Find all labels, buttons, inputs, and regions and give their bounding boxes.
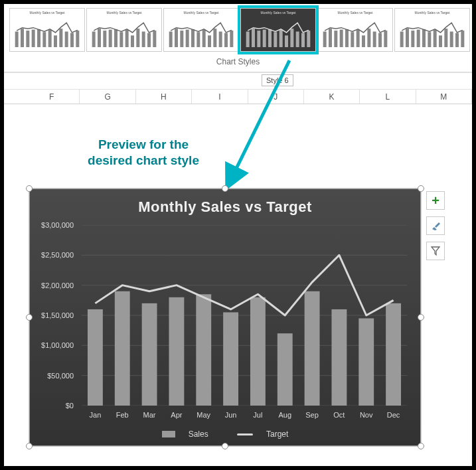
x-tick-label: Aug (272, 411, 299, 419)
svg-rect-10 (70, 33, 74, 47)
y-tick-label: $3,00,000 (41, 221, 74, 229)
svg-rect-18 (125, 30, 129, 47)
column-header-I[interactable]: I (192, 90, 248, 104)
svg-rect-40 (268, 29, 272, 47)
chart-title: Monthly Sales vs Target (30, 189, 420, 221)
column-header-J[interactable]: J (248, 90, 304, 104)
resize-handle[interactable] (418, 314, 424, 321)
annotation-text: Preview for the desired chart style (70, 137, 216, 169)
svg-rect-3 (32, 30, 35, 47)
svg-rect-49 (329, 29, 332, 47)
plus-icon: + (432, 193, 439, 208)
resize-handle[interactable] (26, 443, 33, 449)
svg-rect-51 (340, 30, 343, 47)
column-header-K[interactable]: K (304, 90, 360, 104)
chart-style-thumb-6[interactable]: Monthly Sales vs Target (394, 8, 470, 52)
chart-style-thumb-4[interactable]: Monthly Sales vs Target (240, 8, 316, 52)
chart-style-thumb-3[interactable]: Monthly Sales vs Target (163, 8, 239, 52)
svg-rect-28 (191, 29, 195, 47)
svg-rect-52 (345, 29, 349, 47)
resize-handle[interactable] (418, 185, 424, 192)
svg-rect-80 (88, 309, 103, 406)
svg-rect-55 (362, 35, 365, 47)
resize-handle[interactable] (222, 185, 228, 192)
svg-rect-58 (378, 33, 382, 47)
svg-rect-61 (406, 29, 409, 47)
svg-rect-67 (439, 35, 442, 47)
svg-rect-38 (257, 31, 260, 47)
annotation-line1: Preview for the (70, 137, 216, 153)
chart-object[interactable]: Monthly Sales vs Target $0$50,000$1,00,0… (29, 189, 421, 446)
y-axis-labels: $0$50,000$1,00,000$1,50,000$2,00,000$2,5… (30, 225, 78, 406)
svg-rect-46 (301, 33, 305, 47)
y-tick-label: $2,00,000 (41, 281, 74, 289)
svg-rect-50 (334, 31, 337, 47)
chart-style-gallery: Monthly Sales vs TargetMonthly Sales vs … (4, 4, 472, 54)
chart-styles-button[interactable] (426, 216, 445, 235)
chart-side-buttons: + (426, 191, 446, 267)
svg-rect-63 (417, 30, 420, 47)
svg-rect-47 (307, 31, 310, 47)
y-tick-label: $50,000 (47, 372, 74, 380)
svg-rect-82 (142, 303, 157, 406)
svg-rect-26 (180, 31, 183, 47)
svg-rect-9 (65, 32, 68, 47)
svg-rect-20 (136, 29, 139, 47)
column-header-H[interactable]: H (136, 90, 192, 104)
plot-area (82, 225, 407, 406)
column-header-G[interactable]: G (80, 90, 135, 104)
chart-filter-button[interactable] (426, 242, 445, 260)
resize-handle[interactable] (26, 185, 33, 192)
svg-rect-71 (461, 31, 464, 47)
y-tick-label: $1,00,000 (41, 341, 74, 349)
svg-rect-41 (274, 32, 277, 47)
svg-rect-2 (26, 31, 29, 47)
svg-rect-87 (278, 333, 293, 406)
resize-handle[interactable] (418, 443, 424, 449)
svg-rect-13 (98, 29, 101, 47)
column-headers: FGHIJKLM (4, 90, 472, 104)
brush-icon (430, 220, 441, 231)
svg-rect-88 (305, 291, 320, 406)
chart-styles-ribbon: Monthly Sales vs TargetMonthly Sales vs … (4, 4, 472, 72)
svg-rect-43 (285, 35, 288, 47)
svg-rect-6 (48, 30, 52, 47)
svg-rect-62 (411, 31, 414, 47)
chart-style-thumb-5[interactable]: Monthly Sales vs Target (317, 8, 393, 52)
svg-rect-37 (252, 29, 255, 47)
svg-rect-42 (279, 30, 283, 47)
svg-rect-33 (219, 32, 222, 47)
chart-elements-button[interactable]: + (426, 191, 445, 210)
svg-rect-91 (386, 303, 401, 406)
annotation-line2: desired chart style (70, 153, 216, 169)
svg-rect-53 (351, 32, 354, 47)
svg-rect-12 (92, 32, 96, 47)
svg-rect-14 (103, 31, 106, 47)
chart-style-thumb-2[interactable]: Monthly Sales vs Target (86, 8, 162, 52)
svg-rect-32 (213, 29, 216, 47)
svg-rect-19 (131, 35, 134, 47)
svg-rect-8 (59, 29, 62, 47)
column-header-L[interactable]: L (360, 90, 416, 104)
column-header-M[interactable]: M (416, 90, 472, 104)
svg-rect-25 (175, 29, 178, 47)
style-tooltip: Style 6 (262, 74, 293, 86)
x-tick-label: Mar (136, 411, 163, 419)
column-header-F[interactable]: F (24, 90, 80, 104)
svg-rect-11 (76, 31, 79, 47)
svg-rect-24 (169, 32, 173, 47)
svg-rect-89 (331, 309, 347, 406)
svg-rect-81 (115, 291, 130, 406)
svg-rect-48 (323, 32, 327, 47)
svg-rect-15 (109, 30, 112, 47)
legend-sales: Sales (189, 430, 208, 439)
x-tick-label: Jul (244, 411, 272, 419)
resize-handle[interactable] (222, 443, 228, 449)
resize-handle[interactable] (26, 314, 33, 321)
svg-rect-68 (444, 29, 447, 47)
x-tick-label: Jan (82, 411, 109, 419)
svg-rect-21 (142, 32, 145, 47)
chart-style-thumb-1[interactable]: Monthly Sales vs Target (9, 8, 85, 52)
legend-target: Target (266, 430, 288, 439)
x-axis-labels: JanFebMarAprMayJunJulAugSepOctNovDec (82, 411, 407, 419)
